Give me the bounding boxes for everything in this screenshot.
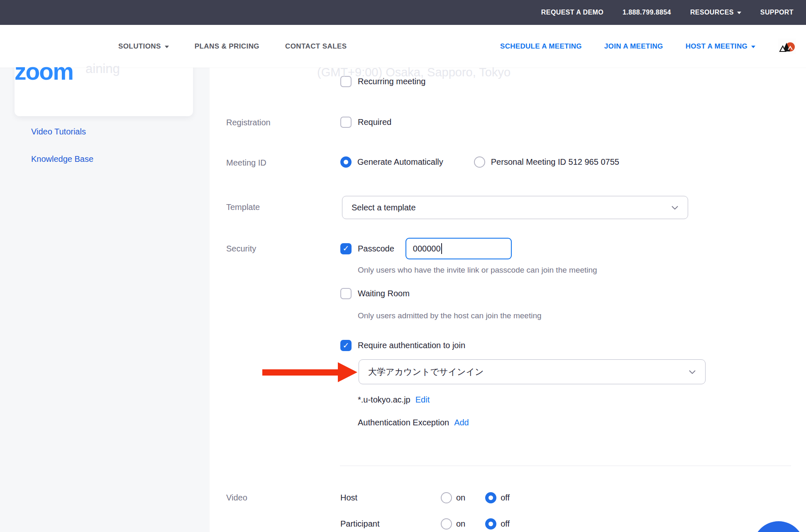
template-select[interactable]: Select a template	[342, 196, 688, 219]
require-auth-checkbox[interactable]	[340, 340, 352, 351]
passcode-value: 000000	[413, 244, 441, 254]
nav-plans-pricing[interactable]: PLANS & PRICING	[195, 42, 259, 51]
personal-meeting-id-radio[interactable]	[474, 156, 485, 168]
recurring-meeting-row: Recurring meeting	[340, 76, 425, 87]
template-label: Template	[226, 203, 260, 212]
chevron-down-icon	[671, 205, 679, 210]
require-auth-label: Require authentication to join	[358, 341, 465, 350]
waiting-room-label: Waiting Room	[358, 289, 410, 298]
caret-down-icon	[751, 46, 755, 48]
security-label: Security	[226, 244, 256, 254]
auth-domain-text: *.u-tokyo.ac.jp	[358, 395, 410, 405]
left-background-pane	[0, 68, 210, 532]
support-link[interactable]: SUPPORT	[760, 9, 794, 16]
red-arrow-annotation	[262, 362, 358, 383]
generate-automatically-radio[interactable]	[340, 156, 352, 168]
host-video-on-radio[interactable]	[441, 492, 452, 503]
participant-video-off-radio[interactable]	[485, 518, 496, 530]
video-label: Video	[226, 493, 247, 503]
template-select-value: Select a template	[352, 203, 416, 212]
avatar-mountain-logo-icon	[778, 39, 796, 54]
auth-domain-row: *.u-tokyo.ac.jp Edit	[358, 395, 430, 405]
participant-video-on-radio[interactable]	[441, 518, 452, 530]
registration-row: Required	[340, 117, 391, 128]
nav-right-group: SCHEDULE A MEETING JOIN A MEETING HOST A…	[500, 25, 796, 68]
caret-down-icon	[165, 46, 169, 48]
video-host-label: Host	[340, 493, 441, 503]
utility-topbar: REQUEST A DEMO 1.888.799.8854 RESOURCES …	[0, 0, 806, 25]
recurring-meeting-checkbox[interactable]	[340, 76, 352, 87]
resources-menu[interactable]: RESOURCES	[690, 9, 741, 16]
sidebar-item-video-tutorials[interactable]: Video Tutorials	[31, 127, 86, 137]
nav-host-meeting[interactable]: HOST A MEETING	[686, 42, 755, 51]
participant-video-off-label: off	[501, 519, 510, 529]
registration-required-label: Required	[358, 117, 391, 127]
passcode-row: Passcode 000000	[340, 238, 512, 259]
registration-label: Registration	[226, 118, 271, 127]
generate-automatically-label: Generate Automatically	[357, 157, 443, 167]
passcode-label: Passcode	[358, 244, 394, 254]
registration-required-checkbox[interactable]	[340, 117, 352, 128]
passcode-input[interactable]: 000000	[405, 238, 512, 259]
nav-solutions[interactable]: SOLUTIONS	[118, 42, 169, 51]
video-participant-label: Participant	[340, 519, 441, 529]
personal-meeting-id-label: Personal Meeting ID 512 965 0755	[491, 157, 619, 167]
zoom-logo[interactable]: zoom	[15, 60, 73, 83]
add-exception-link[interactable]: Add	[454, 418, 469, 427]
text-caret	[441, 243, 442, 254]
main-navbar: aining (GMT+9:00) Osaka, Sapporo, Tokyo …	[0, 25, 806, 68]
caret-down-icon	[737, 12, 741, 14]
help-chat-button[interactable]	[753, 521, 804, 532]
meeting-id-label: Meeting ID	[226, 158, 266, 168]
request-demo-link[interactable]: REQUEST A DEMO	[541, 9, 603, 16]
require-auth-row: Require authentication to join	[340, 340, 465, 351]
phone-number-link[interactable]: 1.888.799.8854	[623, 9, 671, 16]
edit-domain-link[interactable]: Edit	[415, 395, 430, 405]
host-video-off-label: off	[501, 493, 510, 503]
meeting-id-row: Generate Automatically Personal Meeting …	[340, 156, 619, 168]
auth-method-select[interactable]: 大学アカウントでサインイン	[359, 359, 706, 384]
host-video-on-label: on	[456, 493, 465, 503]
host-video-off-radio[interactable]	[485, 492, 496, 503]
sidebar-item-knowledge-base[interactable]: Knowledge Base	[31, 154, 93, 164]
nav-left-group: SOLUTIONS PLANS & PRICING CONTACT SALES	[118, 25, 347, 68]
waiting-room-row: Waiting Room	[340, 288, 410, 299]
participant-video-on-label: on	[456, 519, 465, 529]
passcode-checkbox[interactable]	[340, 243, 352, 254]
nav-contact-sales[interactable]: CONTACT SALES	[285, 42, 347, 51]
waiting-room-checkbox[interactable]	[340, 288, 352, 299]
auth-exception-row: Authentication Exception Add	[358, 418, 469, 427]
waiting-room-help-text: Only users admitted by the host can join…	[358, 311, 542, 320]
passcode-help-text: Only users who have the invite link or p…	[358, 266, 597, 275]
nav-schedule-meeting[interactable]: SCHEDULE A MEETING	[500, 42, 582, 51]
auth-method-value: 大学アカウントでサインイン	[368, 366, 484, 378]
recurring-meeting-label: Recurring meeting	[358, 77, 425, 86]
profile-avatar[interactable]	[778, 39, 796, 54]
auth-exception-label: Authentication Exception	[358, 418, 449, 427]
nav-join-meeting[interactable]: JOIN A MEETING	[604, 42, 663, 51]
video-participant-row: Participant on off	[340, 518, 510, 530]
chevron-down-icon	[689, 370, 696, 374]
section-divider	[340, 466, 791, 466]
video-host-row: Host on off	[340, 492, 510, 503]
zoom-web-page: REQUEST A DEMO 1.888.799.8854 RESOURCES …	[0, 0, 806, 532]
